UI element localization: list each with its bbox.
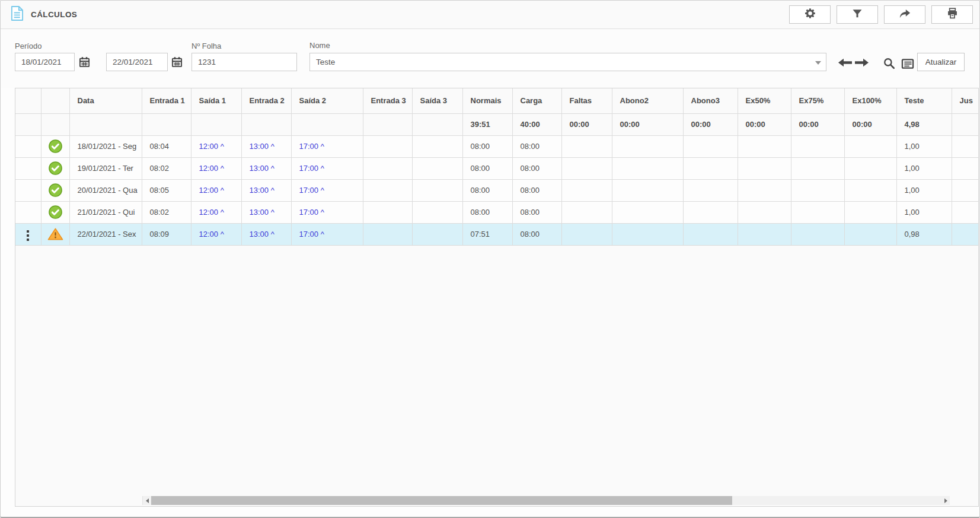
atualizar-button[interactable]: Atualizar bbox=[917, 53, 965, 71]
table-row[interactable]: 18/01/2021 - Seg08:0412:00 ^13:00 ^17:00… bbox=[15, 135, 979, 157]
print-button[interactable] bbox=[931, 5, 973, 24]
calendar-icon[interactable] bbox=[79, 56, 90, 70]
totals-entrada3 bbox=[363, 113, 412, 135]
punch-link[interactable]: 17:00 ^ bbox=[299, 186, 324, 195]
punch-link[interactable]: 12:00 ^ bbox=[199, 208, 224, 217]
cell-status bbox=[41, 223, 69, 245]
totals-saida2 bbox=[291, 113, 363, 135]
punch-link[interactable]: 13:00 ^ bbox=[250, 230, 274, 239]
column-header-ex50[interactable]: Ex50% bbox=[738, 88, 791, 113]
card-view-icon[interactable] bbox=[901, 59, 914, 71]
column-header-entrada3[interactable]: Entrada 3 bbox=[363, 88, 412, 113]
cell-jus bbox=[952, 157, 979, 179]
cell-jus bbox=[952, 223, 979, 245]
calendar-icon[interactable] bbox=[171, 56, 183, 70]
column-header-jus[interactable]: Jus bbox=[952, 88, 979, 113]
column-header-abono3[interactable]: Abono3 bbox=[683, 88, 738, 113]
column-header-entrada1[interactable]: Entrada 1 bbox=[142, 88, 191, 113]
column-header-faltas[interactable]: Faltas bbox=[561, 88, 612, 113]
cell-ex50 bbox=[738, 201, 791, 223]
cell-menu bbox=[15, 201, 41, 223]
column-header-ex75[interactable]: Ex75% bbox=[791, 88, 844, 113]
cell-abono3 bbox=[683, 135, 738, 157]
search-icon[interactable] bbox=[883, 57, 895, 72]
cell-abono2 bbox=[612, 135, 683, 157]
cell-normais: 08:00 bbox=[462, 135, 512, 157]
scroll-left-button[interactable] bbox=[143, 496, 151, 505]
punch-link[interactable]: 17:00 ^ bbox=[299, 208, 324, 217]
column-header-abono2[interactable]: Abono2 bbox=[612, 88, 683, 113]
top-bar: CÁLCULOS bbox=[1, 1, 979, 29]
column-header-ex100[interactable]: Ex100% bbox=[844, 88, 896, 113]
periodo-start-input[interactable] bbox=[15, 53, 75, 71]
column-header-saida3[interactable]: Saída 3 bbox=[412, 88, 462, 113]
totals-entrada2 bbox=[241, 113, 291, 135]
document-icon bbox=[10, 5, 24, 24]
cell-faltas bbox=[561, 223, 612, 245]
settings-button[interactable] bbox=[789, 5, 831, 24]
status-ok-icon bbox=[48, 139, 63, 154]
punch-link[interactable]: 12:00 ^ bbox=[199, 164, 224, 173]
row-menu-kebab[interactable] bbox=[24, 228, 31, 243]
cell-abono2 bbox=[612, 201, 683, 223]
punch-link[interactable]: 17:00 ^ bbox=[299, 164, 324, 173]
cell-normais: 07:51 bbox=[462, 223, 512, 245]
column-header-entrada2[interactable]: Entrada 2 bbox=[241, 88, 291, 113]
cell-ex50 bbox=[738, 179, 791, 201]
punch-link[interactable]: 12:00 ^ bbox=[199, 186, 224, 195]
cell-saida2: 17:00 ^ bbox=[291, 223, 363, 245]
column-header-saida2[interactable]: Saída 2 bbox=[291, 88, 363, 113]
punch-link[interactable]: 17:00 ^ bbox=[299, 142, 324, 151]
nome-combobox[interactable] bbox=[309, 53, 826, 71]
cell-teste: 1,00 bbox=[896, 179, 952, 201]
chevron-down-icon[interactable] bbox=[815, 61, 821, 65]
next-record-button[interactable] bbox=[854, 58, 870, 69]
status-warning-icon bbox=[47, 227, 63, 241]
column-header-data[interactable]: Data bbox=[69, 88, 142, 113]
cell-normais: 08:00 bbox=[462, 179, 512, 201]
scroll-right-button[interactable] bbox=[941, 496, 950, 505]
punch-link[interactable]: 12:00 ^ bbox=[199, 230, 224, 239]
table-row[interactable]: 19/01/2021 - Ter08:0212:00 ^13:00 ^17:00… bbox=[15, 157, 979, 179]
column-header-normais[interactable]: Normais bbox=[462, 88, 512, 113]
periodo-end-input[interactable] bbox=[106, 53, 168, 71]
column-header-carga[interactable]: Carga bbox=[512, 88, 561, 113]
punch-link[interactable]: 13:00 ^ bbox=[250, 208, 274, 217]
table-row[interactable]: 22/01/2021 - Sex08:0912:00 ^13:00 ^17:00… bbox=[15, 223, 979, 245]
punch-link[interactable]: 13:00 ^ bbox=[250, 142, 274, 151]
calculos-window: CÁLCULOS bbox=[0, 0, 980, 518]
cell-normais: 08:00 bbox=[462, 157, 512, 179]
periodo-label: Período bbox=[15, 42, 42, 50]
funnel-icon bbox=[851, 8, 863, 22]
horizontal-scrollbar[interactable] bbox=[142, 496, 950, 505]
previous-record-button[interactable] bbox=[837, 58, 853, 69]
scroll-track[interactable] bbox=[732, 496, 941, 505]
cell-teste: 1,00 bbox=[896, 135, 952, 157]
totals-ex75: 00:00 bbox=[791, 113, 844, 135]
punch-link[interactable]: 13:00 ^ bbox=[250, 164, 274, 173]
totals-teste: 4,98 bbox=[896, 113, 952, 135]
scroll-thumb[interactable] bbox=[151, 496, 732, 505]
share-button[interactable] bbox=[884, 5, 925, 24]
table-row[interactable]: 21/01/2021 - Qui08:0212:00 ^13:00 ^17:00… bbox=[15, 201, 979, 223]
folha-input[interactable] bbox=[191, 53, 297, 71]
filter-button[interactable] bbox=[837, 5, 878, 24]
cell-saida1: 12:00 ^ bbox=[191, 179, 241, 201]
cell-menu bbox=[15, 223, 41, 245]
cell-entrada2: 13:00 ^ bbox=[241, 223, 291, 245]
column-header-saida1[interactable]: Saída 1 bbox=[191, 88, 241, 113]
cell-entrada1: 08:09 bbox=[142, 223, 191, 245]
scroll-left-icon bbox=[146, 498, 149, 503]
cell-entrada1: 08:02 bbox=[142, 157, 191, 179]
nome-label: Nome bbox=[309, 41, 330, 50]
totals-jus bbox=[952, 113, 979, 135]
cell-abono2 bbox=[612, 223, 683, 245]
punch-link[interactable]: 17:00 ^ bbox=[299, 230, 324, 239]
punch-link[interactable]: 13:00 ^ bbox=[250, 186, 274, 195]
punch-link[interactable]: 12:00 ^ bbox=[199, 142, 224, 151]
cell-saida2: 17:00 ^ bbox=[291, 135, 363, 157]
table-row[interactable]: 20/01/2021 - Qua08:0512:00 ^13:00 ^17:00… bbox=[15, 179, 979, 201]
column-header-teste[interactable]: Teste bbox=[896, 88, 952, 113]
cell-saida3 bbox=[412, 135, 462, 157]
totals-saida3 bbox=[412, 113, 462, 135]
